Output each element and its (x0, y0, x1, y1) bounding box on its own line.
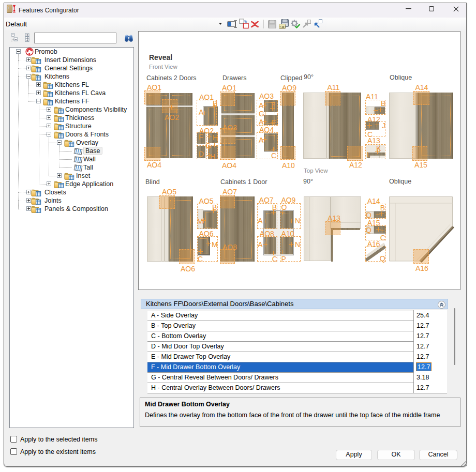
svg-text:<a=: <a= (280, 25, 287, 29)
